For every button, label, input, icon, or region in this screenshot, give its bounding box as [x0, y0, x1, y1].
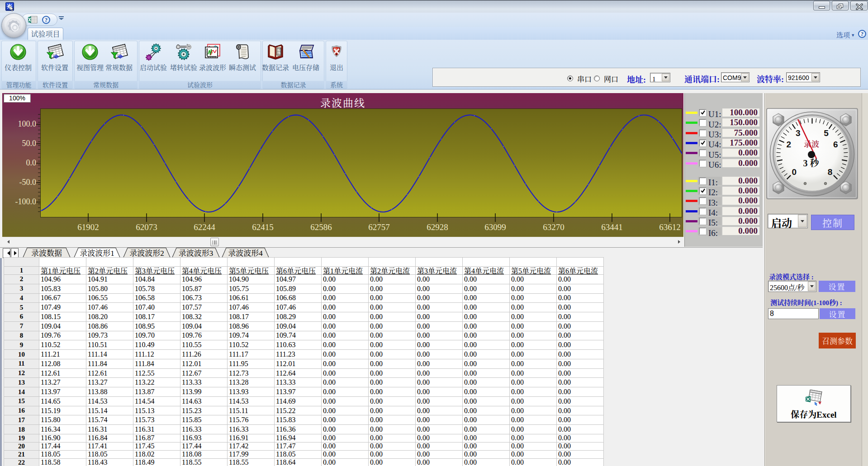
svg-text:录波数据: 录波数据	[31, 248, 62, 258]
svg-text:录波波形3: 录波波形3	[179, 248, 213, 258]
svg-text:录波波形4: 录波波形4	[228, 248, 263, 258]
svg-text:录波波形2: 录波波形2	[129, 248, 164, 258]
svg-text:5: 5	[824, 128, 829, 138]
svg-text:2: 2	[787, 140, 792, 149]
svg-text:8: 8	[828, 167, 833, 177]
svg-text:录波波形1: 录波波形1	[80, 248, 114, 258]
svg-text:3: 3	[796, 128, 801, 138]
svg-text:6: 6	[833, 140, 838, 149]
svg-text:0: 0	[792, 167, 797, 177]
